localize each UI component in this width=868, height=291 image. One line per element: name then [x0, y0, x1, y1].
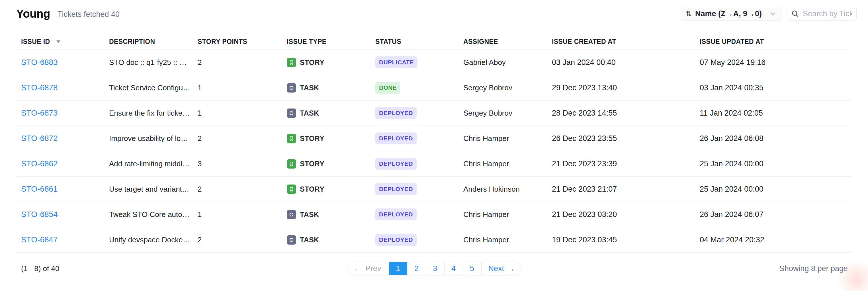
- page-button[interactable]: 2: [407, 262, 426, 275]
- status-badge: DEPLOYED: [375, 183, 416, 195]
- issue-created-at-cell: 19 Dec 2023 03:45: [552, 235, 700, 244]
- sort-arrows-icon: ⇅: [685, 9, 692, 18]
- sort-dropdown[interactable]: ⇅ Name (Z→A, 9→0): [681, 7, 782, 21]
- assignee-cell: Sergey Bobrov: [463, 109, 552, 118]
- table-row: STO-6878 Ticket Service Configuration 1 …: [16, 75, 852, 100]
- issue-id-link[interactable]: STO-6878: [21, 83, 58, 92]
- assignee-cell: Chris Hamper: [463, 134, 552, 143]
- per-page-label: Showing 8 per page: [522, 264, 848, 273]
- next-page-button[interactable]: Next →: [481, 262, 522, 275]
- issue-type-cell: TASK: [287, 83, 375, 93]
- sort-selected-option: Name (Z→A, 9→0): [695, 9, 762, 18]
- chevron-down-icon: [769, 10, 777, 18]
- issue-type-label: STORY: [300, 160, 324, 168]
- issue-type-cell: STORY: [287, 159, 375, 168]
- story-points-cell: 2: [198, 235, 287, 244]
- assignee-cell: Gabriel Aboy: [463, 58, 552, 67]
- prev-page-button[interactable]: ← Prev: [347, 262, 389, 275]
- page-button[interactable]: 5: [463, 262, 481, 275]
- story-points-cell: 2: [198, 185, 287, 194]
- issue-id-link[interactable]: STO-6861: [21, 185, 58, 193]
- story-points-cell: 1: [198, 84, 287, 92]
- issue-type-cell: STORY: [287, 134, 375, 143]
- issue-updated-at-cell: 03 Jan 2024 00:35: [700, 84, 852, 92]
- status-badge: DEPLOYED: [375, 208, 416, 220]
- issue-type-cell: TASK: [287, 210, 375, 219]
- status-badge: DONE: [375, 82, 400, 94]
- assignee-cell: Anders Hokinson: [463, 185, 552, 194]
- search-field: [786, 7, 857, 21]
- issue-type-icon: [287, 185, 296, 194]
- table-header-row: Issue Id Description Story Points Issue …: [16, 34, 852, 50]
- issue-updated-at-cell: 11 Jan 2024 02:05: [700, 109, 852, 118]
- page-button[interactable]: 3: [426, 262, 444, 275]
- issue-type-label: TASK: [300, 236, 319, 244]
- issue-type-cell: STORY: [287, 58, 375, 67]
- description-cell: Add rate-limiting middleware to S...: [109, 159, 198, 168]
- sort-direction-icon: [56, 40, 60, 43]
- issue-updated-at-cell: 26 Jan 2024 06:08: [700, 134, 852, 143]
- page-button[interactable]: 1: [389, 262, 407, 275]
- status-badge: DEPLOYED: [375, 107, 416, 119]
- topbar: Young Tickets fetched 40 ⇅ Name (Z→A, 9→…: [0, 0, 868, 22]
- issue-type-icon: [287, 58, 296, 67]
- column-header-assignee: Assignee: [463, 38, 552, 45]
- issue-type-icon: [287, 235, 296, 245]
- issue-updated-at-cell: 25 Jan 2024 00:00: [700, 159, 852, 168]
- table-row: STO-6854 Tweak STO Core autoscaling par.…: [16, 202, 852, 227]
- description-cell: Use target and variant name sear...: [109, 185, 198, 194]
- issue-type-icon: [287, 108, 296, 118]
- description-cell: Improve usability of logs for failur...: [109, 134, 198, 143]
- issue-type-label: STORY: [300, 58, 324, 67]
- story-points-cell: 3: [198, 159, 287, 168]
- column-header-issue-id[interactable]: Issue Id: [16, 38, 109, 45]
- column-header-issue-created-at: Issue Created At: [552, 38, 700, 45]
- issue-updated-at-cell: 04 Mar 2024 20:32: [700, 235, 852, 244]
- issue-id-link[interactable]: STO-6847: [21, 235, 58, 244]
- page-button[interactable]: 4: [444, 262, 463, 275]
- column-header-story-points: Story Points: [198, 38, 287, 45]
- issue-created-at-cell: 21 Dec 2023 23:39: [552, 159, 700, 168]
- table-row: STO-6883 STO doc :: q1-fy25 :: One-click…: [16, 50, 852, 75]
- issue-id-link[interactable]: STO-6854: [21, 210, 58, 219]
- issue-type-label: TASK: [300, 211, 319, 219]
- issue-created-at-cell: 21 Dec 2023 21:07: [552, 185, 700, 194]
- pagination-range-label: (1 - 8) of 40: [21, 264, 347, 273]
- issue-created-at-cell: 28 Dec 2023 14:55: [552, 109, 700, 118]
- story-points-cell: 2: [198, 58, 287, 67]
- status-badge: DUPLICATE: [375, 56, 417, 68]
- story-points-cell: 2: [198, 134, 287, 143]
- description-cell: Tweak STO Core autoscaling par...: [109, 210, 198, 219]
- description-cell: Unify devspace Dockerfile build: [109, 235, 198, 244]
- issue-type-cell: TASK: [287, 108, 375, 118]
- story-points-cell: 1: [198, 210, 287, 219]
- status-badge: DEPLOYED: [375, 132, 416, 144]
- issue-id-link[interactable]: STO-6862: [21, 159, 58, 168]
- issue-created-at-cell: 29 Dec 2023 13:40: [552, 84, 700, 92]
- description-cell: Ensure the fix for ticket: https://h...: [109, 109, 198, 118]
- assignee-cell: Chris Hamper: [463, 210, 552, 219]
- issue-type-icon: [287, 134, 296, 143]
- column-header-status: Status: [375, 38, 463, 45]
- issue-updated-at-cell: 07 May 2024 19:16: [700, 58, 852, 67]
- issue-updated-at-cell: 26 Jan 2024 06:07: [700, 210, 852, 219]
- search-input[interactable]: [803, 9, 852, 18]
- issue-type-label: STORY: [300, 134, 324, 143]
- issue-created-at-cell: 21 Dec 2023 03:20: [552, 210, 700, 219]
- issue-type-cell: TASK: [287, 235, 375, 245]
- issue-type-label: STORY: [300, 185, 324, 193]
- table-body: STO-6883 STO doc :: q1-fy25 :: One-click…: [16, 50, 852, 253]
- issue-id-link[interactable]: STO-6883: [21, 58, 58, 67]
- page-title: Young: [16, 7, 50, 20]
- issue-type-icon: [287, 83, 296, 93]
- story-points-cell: 1: [198, 109, 287, 118]
- column-header-description: Description: [109, 38, 198, 45]
- issue-type-icon: [287, 210, 296, 219]
- issue-id-link[interactable]: STO-6872: [21, 134, 58, 143]
- pagination: ← Prev 1 2 3 4 5 Next →: [347, 262, 522, 276]
- arrow-right-icon: →: [507, 264, 515, 273]
- column-header-issue-updated-at: Issue Updated At: [700, 38, 852, 45]
- status-badge: DEPLOYED: [375, 158, 416, 170]
- issue-created-at-cell: 03 Jan 2024 00:40: [552, 58, 700, 67]
- issue-id-link[interactable]: STO-6873: [21, 108, 58, 117]
